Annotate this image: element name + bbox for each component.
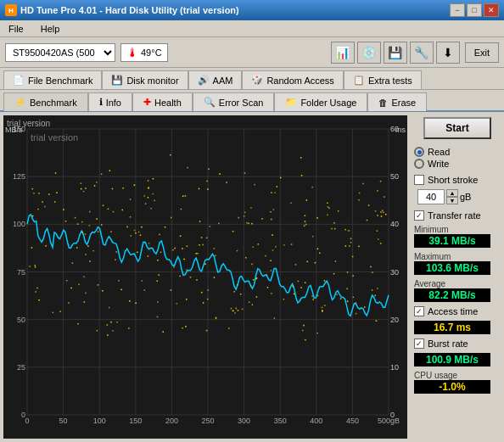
cpu-usage-label: CPU usage: [414, 371, 501, 380]
aam-icon: 🔊: [198, 75, 210, 86]
app-icon: H: [5, 4, 17, 16]
read-write-group: Read Write: [414, 147, 501, 169]
minimum-block: Minimum 39.1 MB/s: [414, 225, 501, 248]
toolbar-btn-3[interactable]: 💾: [384, 42, 407, 64]
spin-down[interactable]: ▼: [446, 197, 458, 204]
transfer-rate-item[interactable]: ✓ Transfer rate: [414, 210, 501, 221]
tab-aam[interactable]: 🔊 AAM: [188, 70, 243, 89]
maximum-block: Maximum 103.6 MB/s: [414, 252, 501, 275]
tab-file-benchmark[interactable]: 📄 File Benchmark: [3, 70, 102, 89]
error-scan-icon: 🔍: [204, 97, 216, 108]
toolbar: ST9500420AS (500 gB) 🌡 49°C 📊 💿 💾 🔧 ⬇ Ex…: [0, 37, 504, 68]
file-benchmark-icon: 📄: [13, 75, 25, 86]
disk-monitor-icon: 💾: [111, 75, 123, 86]
spin-unit-label: gB: [460, 192, 471, 202]
random-access-icon: 🎲: [251, 75, 263, 86]
tab-bar-top: 📄 File Benchmark 💾 Disk monitor 🔊 AAM 🎲 …: [0, 68, 504, 90]
menu-file[interactable]: File: [5, 23, 27, 35]
write-radio[interactable]: [414, 159, 424, 169]
burst-rate-value: 100.9 MB/s: [414, 353, 490, 366]
short-stroke-item[interactable]: Short stroke: [414, 175, 501, 185]
transfer-rate-label: Transfer rate: [428, 210, 481, 221]
tab-benchmark[interactable]: ⚡ Benchmark: [3, 92, 88, 111]
short-stroke-label: Short stroke: [428, 175, 478, 185]
read-radio[interactable]: [414, 147, 424, 157]
cpu-usage-block: CPU usage -1.0%: [414, 371, 501, 394]
read-radio-item[interactable]: Read: [414, 147, 501, 157]
thermometer-icon: 🌡: [126, 46, 138, 59]
tab-error-scan[interactable]: 🔍 Error Scan: [193, 92, 275, 111]
main-content: trial version Start Read Write Short str…: [0, 112, 504, 442]
cpu-usage-value: -1.0%: [414, 380, 490, 394]
chart-watermark: trial version: [7, 119, 50, 128]
health-icon: ✚: [143, 97, 151, 108]
toolbar-btn-2[interactable]: 💿: [357, 42, 381, 64]
folder-usage-icon: 📁: [285, 97, 297, 108]
minimize-button[interactable]: −: [450, 3, 465, 17]
minimum-label: Minimum: [414, 225, 501, 234]
toolbar-btn-4[interactable]: 🔧: [410, 42, 434, 64]
chart-area: trial version: [3, 115, 407, 439]
tab-bar-bottom: ⚡ Benchmark ℹ Info ✚ Health 🔍 Error Scan…: [0, 90, 504, 112]
average-value: 82.2 MB/s: [414, 288, 490, 302]
spin-up[interactable]: ▲: [446, 189, 458, 197]
access-time-label: Access time: [428, 306, 478, 316]
tab-random-access[interactable]: 🎲 Random Access: [242, 70, 343, 89]
read-label: Read: [428, 147, 450, 157]
transfer-rate-checkbox[interactable]: ✓: [414, 210, 424, 221]
benchmark-icon: ⚡: [14, 97, 26, 108]
access-time-value: 16.7 ms: [414, 321, 490, 334]
toolbar-btn-1[interactable]: 📊: [331, 42, 355, 64]
benchmark-canvas: [3, 115, 407, 439]
right-panel: Start Read Write Short stroke ▲ ▼ gB: [411, 112, 504, 442]
erase-icon: 🗑: [378, 98, 388, 108]
toolbar-btn-5[interactable]: ⬇: [436, 42, 460, 64]
tab-disk-monitor[interactable]: 💾 Disk monitor: [102, 70, 188, 89]
maximum-label: Maximum: [414, 252, 501, 261]
menu-help[interactable]: Help: [37, 23, 64, 35]
average-label: Average: [414, 279, 501, 288]
average-block: Average 82.2 MB/s: [414, 279, 501, 302]
minimum-value: 39.1 MB/s: [414, 234, 490, 248]
write-radio-item[interactable]: Write: [414, 159, 501, 169]
tab-folder-usage[interactable]: 📁 Folder Usage: [274, 92, 367, 111]
extra-tests-icon: 📋: [353, 75, 365, 86]
burst-rate-block: 100.9 MB/s: [414, 353, 501, 366]
title-controls: − □ ✕: [450, 3, 499, 17]
tab-health[interactable]: ✚ Health: [132, 92, 193, 111]
tab-erase[interactable]: 🗑 Erase: [367, 92, 427, 111]
short-stroke-checkbox[interactable]: [414, 175, 424, 185]
access-time-block: 16.7 ms: [414, 321, 501, 334]
info-icon: ℹ: [99, 97, 103, 108]
write-label: Write: [428, 159, 449, 169]
close-button[interactable]: ✕: [484, 3, 499, 17]
app-title: HD Tune Pro 4.01 - Hard Disk Utility (tr…: [20, 5, 239, 15]
access-time-checkbox[interactable]: ✓: [414, 306, 424, 316]
tab-info[interactable]: ℹ Info: [88, 92, 132, 111]
title-bar-left: H HD Tune Pro 4.01 - Hard Disk Utility (…: [5, 4, 239, 16]
temperature-value: 49°C: [141, 48, 162, 58]
burst-rate-checkbox[interactable]: ✓: [414, 338, 424, 349]
toolbar-icons: 📊 💿 💾 🔧 ⬇: [331, 42, 460, 64]
maximum-value: 103.6 MB/s: [414, 261, 490, 275]
burst-rate-label: Burst rate: [428, 338, 468, 349]
access-time-item[interactable]: ✓ Access time: [414, 306, 501, 316]
spin-arrows: ▲ ▼: [446, 189, 458, 204]
spin-input[interactable]: [417, 189, 445, 204]
menu-bar: File Help: [0, 20, 504, 37]
drive-selector[interactable]: ST9500420AS (500 gB): [5, 43, 115, 62]
maximize-button[interactable]: □: [467, 3, 482, 17]
temperature-display: 🌡 49°C: [120, 43, 168, 62]
title-bar: H HD Tune Pro 4.01 - Hard Disk Utility (…: [0, 0, 504, 20]
start-button[interactable]: Start: [423, 117, 491, 139]
spin-control: ▲ ▼ gB: [417, 189, 501, 204]
burst-rate-item[interactable]: ✓ Burst rate: [414, 338, 501, 349]
tab-extra-tests[interactable]: 📋 Extra tests: [344, 70, 422, 89]
exit-button[interactable]: Exit: [465, 42, 499, 63]
